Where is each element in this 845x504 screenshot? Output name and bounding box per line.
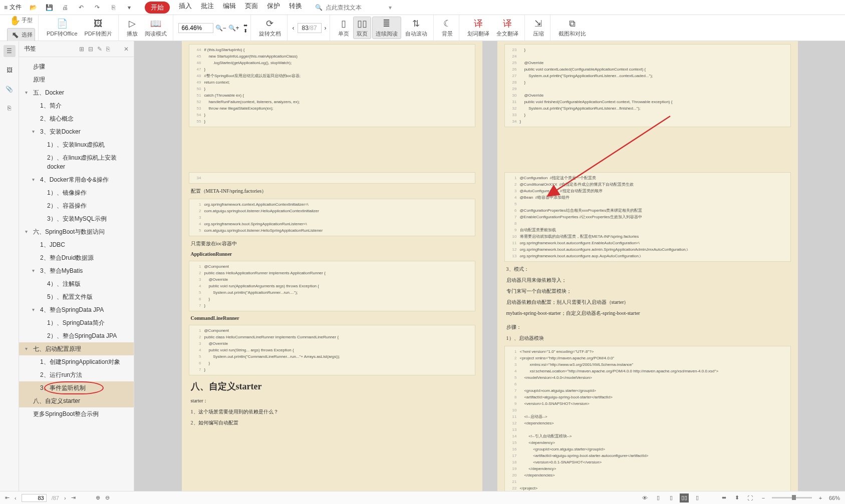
bookmark-item[interactable]: 1、简介 [19,99,134,112]
search-input[interactable] [326,4,386,11]
new-bookmark-icon[interactable]: ✎ [97,46,102,53]
tab-start[interactable]: 开始 [145,2,170,14]
bookmark-item[interactable]: 1、创建SpringApplication对象 [19,355,134,368]
zoom-slider[interactable] [772,497,812,498]
bookmark-settings-icon[interactable]: ⎘ [106,46,110,53]
select-tool[interactable]: ⬉选择 [7,28,35,42]
next-page-icon[interactable]: › [325,25,327,32]
layers-panel-icon[interactable]: ⎘ [4,102,16,114]
bookmark-item[interactable]: 2）、整合SpringData JPA [19,329,134,342]
collapse-all-icon[interactable]: ⊟ [88,46,93,53]
search-box[interactable]: 🔍 ▾ [315,4,392,11]
eye-protect-icon[interactable]: 👁 [641,493,650,502]
bookmark-item[interactable]: 步骤 [19,60,134,73]
bookmark-item[interactable]: 3）、安装MySQL示例 [19,212,134,225]
commandline-runner-title: CommandLineRunner [191,315,473,321]
pdf-to-office[interactable]: 📄PDF转Office [44,17,81,39]
view-mode-2-icon[interactable]: ▯ [667,493,676,502]
bookmark-item[interactable]: 4）、注解版 [19,277,134,290]
tab-protect[interactable]: 保护 [267,2,280,14]
fullscreen-icon[interactable]: ⛶ [746,493,755,502]
bookmark-item[interactable]: ▾4、Docker常用命令&操作 [19,173,134,186]
zoom-input[interactable] [178,23,213,33]
search-dropdown-icon[interactable]: ▾ [389,4,392,11]
fit-width-status-icon[interactable]: ⬌ [720,493,729,502]
status-page-input[interactable] [22,494,47,502]
translate-full[interactable]: 译全文翻译 [493,17,521,39]
next-page-icon[interactable]: › [64,495,66,501]
zoom-out-status-icon[interactable]: − [759,493,768,502]
double-page[interactable]: ▯▯双页 [353,17,371,39]
page-current[interactable]: 83 [302,25,309,32]
bookmark-item[interactable]: 2、整合Druid数据源 [19,251,134,264]
save-icon[interactable]: 💾 [45,3,54,12]
bookmark-item[interactable]: 1）、镜像操作 [19,186,134,199]
prev-page-icon[interactable]: ‹ [15,495,17,501]
read-mode[interactable]: 📖阅读模式 [142,17,170,39]
bookmark-item[interactable]: 2、核心概念 [19,112,134,125]
zoom-out-icon[interactable]: 🔍− [215,25,226,32]
bookmark-item[interactable]: 2）、在linux虚拟机上安装docker [19,151,134,173]
bookmark-item[interactable]: 5）、配置文件版 [19,290,134,303]
add-page-icon[interactable]: ⊕ [96,494,100,501]
close-sidebar-icon[interactable]: ✕ [124,46,129,53]
bookmark-item[interactable]: 1、JDBC [19,238,134,251]
dropdown-icon[interactable]: ▾ [125,3,134,12]
compress-button[interactable]: ⇲压缩 [530,17,547,39]
rotate-button[interactable]: ⟳旋转文档 [256,17,284,39]
redo-icon[interactable]: ↷ [93,3,102,12]
tab-insert[interactable]: 插入 [179,2,192,14]
bookmark-item[interactable]: 八、自定义starter [19,394,134,407]
background-button[interactable]: ☾背景 [439,17,456,39]
continuous-read[interactable]: ≣连续阅读 [372,17,401,39]
thumbnail-panel-icon[interactable]: 🖼 [4,64,16,76]
prev-page-icon[interactable]: ‹ [293,25,295,32]
tab-edit[interactable]: 编辑 [223,2,236,14]
fit-width-icon[interactable]: ⬌ [243,23,247,28]
bookmark-item[interactable]: ▾4、整合SpringData JPA [19,303,134,316]
single-page[interactable]: ▯单页 [335,17,352,39]
last-page-icon[interactable]: ⇥ [71,494,76,501]
bookmark-item[interactable]: 原理 [19,73,134,86]
file-menu[interactable]: ≡ 文件 [4,3,22,12]
view-mode-1-icon[interactable]: ▯ [654,493,663,502]
bookmark-item[interactable]: ▾五、Docker [19,86,134,99]
bookmark-item[interactable]: ▾六、SpringBoot与数据访问 [19,225,134,238]
bookmark-item[interactable]: 3、事件监听机制 [19,381,134,394]
view-mode-3-icon[interactable]: ▯▯ [680,493,689,502]
pdf-to-image[interactable]: 🖼PDF转图片 [82,17,115,39]
print-icon[interactable]: 🖨 [61,3,70,12]
hand-tool[interactable]: ✋手型 [7,14,35,27]
open-icon[interactable]: 📂 [29,3,38,12]
bookmark-item[interactable]: ▾3、整合MyBatis [19,264,134,277]
bookmark-tree[interactable]: 步骤原理▾五、Docker1、简介2、核心概念▾3、安装Docker1）、安装l… [19,57,134,491]
remove-page-icon[interactable]: ⊖ [105,494,110,501]
tab-annotate[interactable]: 批注 [201,2,214,14]
play-button[interactable]: ▷播放 [124,17,141,39]
bookmark-item[interactable]: 更多SpringBoot整合示例 [19,407,134,420]
bookmark-item[interactable]: 2、运行run方法 [19,368,134,381]
fit-page-status-icon[interactable]: ⬍ [733,493,742,502]
attachment-panel-icon[interactable]: 📎 [4,83,16,95]
tab-convert[interactable]: 转换 [289,2,302,14]
bookmark-item[interactable]: 1）、SpringData简介 [19,316,134,329]
fit-page-icon[interactable]: ⬍ [243,28,247,34]
document-viewport[interactable]: 44if (this.logStartupInfo) {45 new Start… [134,41,845,491]
auto-scroll[interactable]: ⇅自动滚动 [402,17,430,39]
bookmark-item[interactable]: ▾七、启动配置原理 [19,342,134,355]
zoom-in-icon[interactable]: 🔍+ [228,25,239,32]
bookmark-panel-icon[interactable]: ☰ [4,45,16,57]
first-page-icon[interactable]: ⇤ [5,494,10,501]
zoom-in-status-icon[interactable]: + [816,493,825,502]
tab-page[interactable]: 页面 [245,2,258,14]
compare-button[interactable]: ⧉截图和对比 [555,17,589,39]
bookmark-item[interactable]: 1）、安装linux虚拟机 [19,138,134,151]
book-icon: 📖 [150,18,161,29]
undo-icon[interactable]: ↶ [77,3,86,12]
expand-all-icon[interactable]: ⊞ [79,46,84,53]
bookmark-item[interactable]: ▾3、安装Docker [19,125,134,138]
bookmark-item[interactable]: 2）、容器操作 [19,199,134,212]
translate-word[interactable]: 译划词翻译 [464,17,492,39]
view-mode-4-icon[interactable]: ▯ [693,493,702,502]
export-icon[interactable]: ⎘ [109,3,118,12]
